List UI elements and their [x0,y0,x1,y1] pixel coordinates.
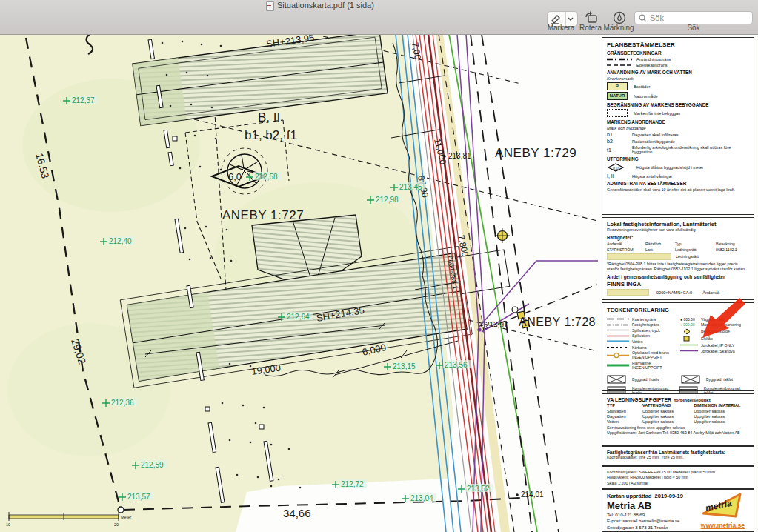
admin-text: Genomförandetiden skall vara 10 år efter… [607,187,749,193]
svg-text:212,37: 212,37 [72,96,95,104]
utformning-title: UTFORMNING [607,156,749,162]
svg-text:212,58: 212,58 [255,173,278,181]
mark-subtitle: Mark och byggande [607,126,749,130]
hojd-diamond-icon: 0.0 [607,163,632,172]
kvartersmark-subtitle: Kvartersmark [607,76,749,81]
koordinat-box: Koordinatsystem: SWEREF99 15 00 Medelfel… [602,466,754,489]
markup-icon [611,10,628,25]
grans-title: GRÄNSBETECKNINGAR [607,50,749,56]
search-placeholder: Sök [650,13,664,22]
prickmark-swatch: ···· [607,109,628,117]
svg-text:34,66: 34,66 [283,507,311,519]
window-title: Situationskarta.pdf (1 sida) [277,1,374,10]
metria-logo: metria [697,491,746,519]
markning-label: Märkning [596,24,641,32]
svg-text:212,98: 212,98 [376,196,399,204]
anvandningsgrans-swatch [607,57,632,61]
svg-text:213,15: 213,15 [393,362,416,370]
svg-text:213,04: 213,04 [410,494,433,502]
va-box: VA LEDNINGSUPPGIFTER förbindelsepunkt TY… [602,393,754,446]
svg-text:214,01: 214,01 [521,491,544,499]
parcel-label-727: ANEBY 1:727 [222,208,304,222]
search-input[interactable]: Sök [634,11,753,24]
window-chrome: Situationskarta.pdf (1 sida) Markera Rot… [0,0,758,35]
svg-text:212,64: 212,64 [287,313,310,321]
va-row: VattenUppgifter saknasUppgifter saknas [607,419,749,424]
anvandning-title: ANVÄNDNING AV MARK OCH VATTEN [607,70,749,75]
fastighetsinfo-title: Lokal fastighetsinformation, Lantmäterie… [607,221,749,227]
preview-window: Situationskarta.pdf (1 sida) Markera Rot… [0,0,758,532]
optokabel-swatch [607,352,629,359]
svg-text:212,40: 212,40 [109,237,132,245]
granser-box: Fastighetsgränser från Lantmäteriets fas… [602,446,754,466]
parcel-label-729: ANEBY 1:729 [495,146,576,160]
bostader-code: B [607,82,628,90]
egenskapsgrans-swatch [607,63,632,67]
planbestammelser-box: PLANBESTÄMMELSER GRÄNSBETECKNINGAR Använ… [602,37,754,215]
svg-text:212,72: 212,72 [341,480,364,488]
byggnad-takfot-swatch [681,375,703,384]
metria-url[interactable]: www.metria.se [701,522,745,529]
zoning-props-label: b1, b2, f1 [245,128,297,142]
sok-label: Sök [671,24,716,32]
svg-text:212,36: 212,36 [111,399,134,407]
svg-text:0.0: 0.0 [613,166,619,170]
search-icon [639,14,647,22]
svg-text:Meter: Meter [121,515,131,519]
legend-left-column: Kvartersgräns Fastighetsgräns Spillvatte… [607,316,680,370]
zoning-use-label: B, II [258,110,280,124]
fastighetsinfo-box: Lokal fastighetsinformation, Lantmäterie… [602,217,754,300]
svg-text:213,97: 213,97 [485,321,508,329]
svg-text:6,0: 6,0 [228,171,242,182]
svg-text:20: 20 [114,522,119,527]
map-date: 2019-09-19 [655,493,683,499]
natur-code: NATUR [607,92,628,100]
svg-text:213,45: 213,45 [399,183,422,191]
svg-text:213,56: 213,56 [445,361,468,369]
admin-title: ADMINISTRATIVA BESTÄMMELSER [607,181,749,186]
red-arrow-annotation[interactable] [688,296,747,342]
byggnad-husliv-swatch [607,375,629,384]
va-row: DagvattenUppgifter saknasUppgifter sakna… [607,414,749,419]
chevron-down-icon[interactable] [566,16,575,22]
ga-highlight [607,289,649,296]
svg-text:212,59: 212,59 [141,461,164,469]
rotate-icon [583,10,599,25]
pdf-document-icon [266,1,274,11]
parcel-label-728: ANEBY 1:728 [519,316,596,328]
finns-inga: FINNS INGA [607,281,749,287]
rattighet-note: *Rättighet 0604-388.1 hittas inte i fast… [607,262,749,273]
svg-text:213,57: 213,57 [127,493,150,501]
anordnande-title: MARKENS ANORDNANDE [607,119,749,124]
plan-title: PLANBESTÄMMELSER [607,41,749,48]
svg-text:10: 10 [6,522,10,527]
svg-text:213,81: 213,81 [448,152,471,160]
svg-text:213,52: 213,52 [467,485,490,493]
metria-box: Kartan upprättad 2019-09-19 Metria AB Te… [602,489,754,532]
va-row: SpillvattenUppgifter saknasUppgifter sak… [607,409,749,413]
ledningsratt-highlight [607,253,671,260]
begransning-title: BEGRÄNSNING AV MARKENS BEBYGGANDE [607,102,749,107]
